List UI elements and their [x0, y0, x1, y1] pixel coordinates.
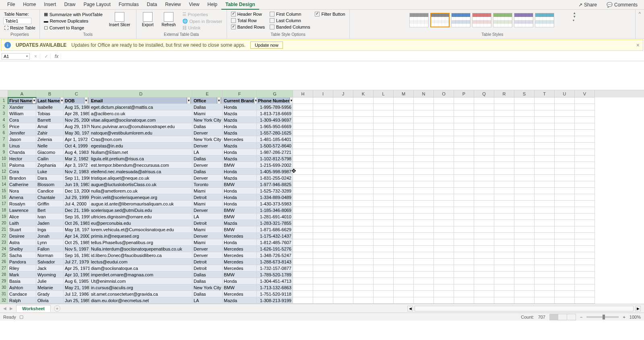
cell[interactable]: Aug 29, 1976: [64, 123, 90, 130]
cell[interactable]: Cora: [8, 168, 36, 175]
filter-dropdown-button[interactable]: ▾: [289, 97, 293, 104]
cell[interactable]: Honda: [223, 188, 257, 194]
cell[interactable]: [333, 188, 353, 194]
cell[interactable]: [394, 297, 414, 304]
cell[interactable]: [313, 278, 333, 284]
cell[interactable]: [374, 110, 394, 117]
cell[interactable]: [494, 265, 514, 272]
cell[interactable]: [474, 220, 494, 226]
cell[interactable]: [293, 233, 313, 239]
cell[interactable]: Cora: [8, 117, 36, 123]
cell[interactable]: a@aclibero.co.uk: [90, 110, 192, 117]
cell[interactable]: [514, 297, 535, 304]
cell[interactable]: [555, 265, 575, 272]
export-button[interactable]: Export: [140, 11, 156, 28]
cell[interactable]: [555, 136, 575, 143]
view-normal-button[interactable]: [549, 314, 558, 320]
cell[interactable]: [514, 117, 535, 123]
cell[interactable]: [353, 136, 374, 143]
cell[interactable]: Aug 4, 1983: [64, 149, 90, 155]
cell[interactable]: augue.id.ante@liberomaurisaliquam.co.uk: [90, 201, 192, 207]
cell[interactable]: Aug 15, 1988: [64, 104, 90, 110]
cell[interactable]: 1-288-673-8143: [257, 259, 293, 265]
row-header[interactable]: 2: [0, 104, 8, 110]
cell[interactable]: [333, 246, 353, 252]
cell[interactable]: Apr 1, 1972: [64, 136, 90, 143]
cell[interactable]: [333, 181, 353, 188]
cell[interactable]: [575, 226, 595, 233]
cell[interactable]: [394, 143, 414, 149]
cell[interactable]: Blossom: [36, 181, 64, 188]
row-header[interactable]: 10: [0, 155, 8, 162]
cell[interactable]: Honda: [223, 149, 257, 155]
gallery-down-button[interactable]: ▼: [573, 15, 576, 19]
cell[interactable]: [394, 233, 414, 239]
cell[interactable]: [514, 143, 535, 149]
cell[interactable]: [514, 175, 535, 181]
cell[interactable]: [333, 220, 353, 226]
cell[interactable]: [555, 149, 575, 155]
cell[interactable]: [434, 97, 454, 104]
cell[interactable]: [535, 265, 555, 272]
cell[interactable]: [293, 220, 313, 226]
cell[interactable]: [293, 252, 313, 259]
cell[interactable]: Oct 4, 1999: [64, 143, 90, 149]
cell[interactable]: [333, 130, 353, 136]
cell[interactable]: Jul 29, 1999: [64, 194, 90, 201]
cell[interactable]: Ut@enimnisl.com: [90, 278, 192, 284]
cell[interactable]: natoque@vestibulumlorem.edu: [90, 130, 192, 136]
cell[interactable]: [575, 252, 595, 259]
cell[interactable]: [535, 297, 555, 304]
cell[interactable]: [434, 155, 454, 162]
cell[interactable]: [454, 175, 474, 181]
cell[interactable]: [555, 233, 575, 239]
row-header[interactable]: 1: [0, 97, 8, 104]
cell[interactable]: [454, 143, 474, 149]
row-header[interactable]: 26: [0, 259, 8, 265]
cell[interactable]: [293, 104, 313, 110]
cell[interactable]: Miami: [192, 188, 223, 194]
cell[interactable]: [414, 297, 434, 304]
scroll-track[interactable]: [415, 306, 634, 311]
cell[interactable]: [394, 284, 414, 291]
row-header[interactable]: 15: [0, 188, 8, 194]
cell[interactable]: [313, 175, 333, 181]
cell[interactable]: [575, 162, 595, 168]
cell[interactable]: [353, 265, 374, 272]
cell[interactable]: [293, 110, 313, 117]
cell[interactable]: [333, 123, 353, 130]
cell[interactable]: [394, 207, 414, 214]
cell[interactable]: [374, 220, 394, 226]
cell[interactable]: [374, 155, 394, 162]
formula-input[interactable]: [63, 53, 642, 59]
cell[interactable]: [555, 239, 575, 246]
cell[interactable]: [374, 233, 394, 239]
cell[interactable]: Melanie: [36, 284, 64, 291]
cell[interactable]: Shelby: [8, 246, 36, 252]
cell[interactable]: [313, 239, 333, 246]
cell[interactable]: [494, 117, 514, 123]
cell[interactable]: [575, 188, 595, 194]
cell[interactable]: Jonah: [36, 233, 64, 239]
cell[interactable]: Denver: [192, 233, 223, 239]
cell[interactable]: [333, 194, 353, 201]
cell[interactable]: [575, 155, 595, 162]
cell[interactable]: 1-831-255-0242: [257, 175, 293, 181]
cell[interactable]: [474, 214, 494, 220]
cell[interactable]: BMW: [223, 272, 257, 278]
cell[interactable]: Jul 12, 1986: [64, 291, 90, 297]
cell[interactable]: [374, 207, 394, 214]
cell[interactable]: [575, 97, 595, 104]
cell[interactable]: [293, 168, 313, 175]
cell[interactable]: Apr 28, 1989: [64, 110, 90, 117]
cell[interactable]: [333, 143, 353, 149]
row-header[interactable]: 18: [0, 207, 8, 214]
cell[interactable]: [313, 181, 333, 188]
cell[interactable]: 1-348-726-5247: [257, 252, 293, 259]
cell[interactable]: [474, 168, 494, 175]
cell[interactable]: [414, 181, 434, 188]
cell[interactable]: 1-977-946-8825: [257, 181, 293, 188]
cell[interactable]: [575, 239, 595, 246]
cell[interactable]: Mazda: [223, 155, 257, 162]
cell[interactable]: [514, 207, 535, 214]
